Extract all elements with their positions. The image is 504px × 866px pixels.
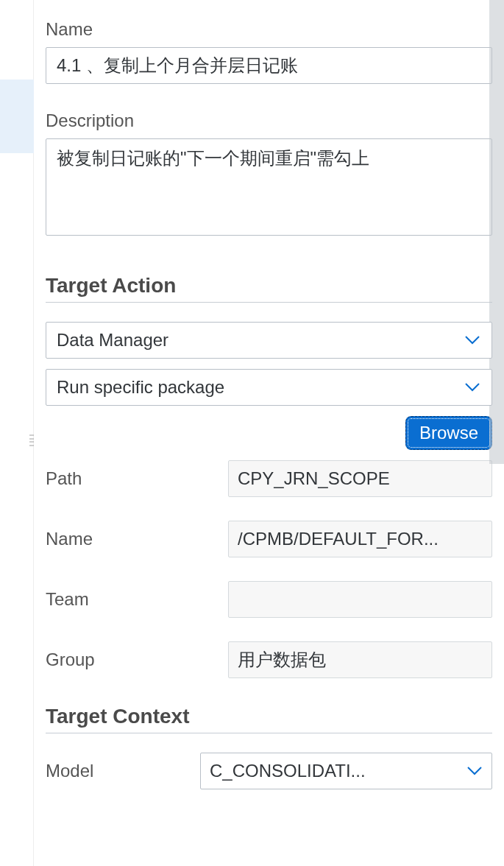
- team-label: Team: [46, 589, 228, 610]
- section-title-target-action: Target Action: [46, 274, 492, 298]
- chevron-down-icon: [466, 766, 483, 776]
- group-value: 用户数据包: [228, 641, 492, 678]
- sidebar-selection-indicator: [0, 80, 34, 153]
- properties-panel: Name Description Target Action Data Mana…: [34, 0, 504, 866]
- sidebar-rail: [0, 0, 34, 866]
- divider: [46, 733, 492, 733]
- name-label: Name: [46, 19, 492, 40]
- description-textarea[interactable]: [46, 138, 492, 236]
- model-select[interactable]: C_CONSOLIDATI...: [200, 753, 492, 789]
- description-label: Description: [46, 110, 492, 131]
- section-title-target-context: Target Context: [46, 705, 492, 728]
- divider: [46, 302, 492, 303]
- browse-button[interactable]: Browse: [405, 416, 492, 450]
- group-label: Group: [46, 650, 228, 670]
- package-name-value: /CPMB/DEFAULT_FOR...: [228, 521, 492, 557]
- target-action-mode-select[interactable]: Run specific package: [46, 369, 492, 406]
- model-value-text: C_CONSOLIDATI...: [210, 761, 366, 781]
- model-label: Model: [46, 761, 200, 781]
- target-action-type-select[interactable]: Data Manager: [46, 322, 492, 359]
- team-value: [228, 581, 492, 618]
- package-name-label: Name: [46, 529, 228, 549]
- name-input[interactable]: [46, 47, 492, 84]
- path-value: CPY_JRN_SCOPE: [228, 460, 492, 497]
- path-label: Path: [46, 468, 228, 489]
